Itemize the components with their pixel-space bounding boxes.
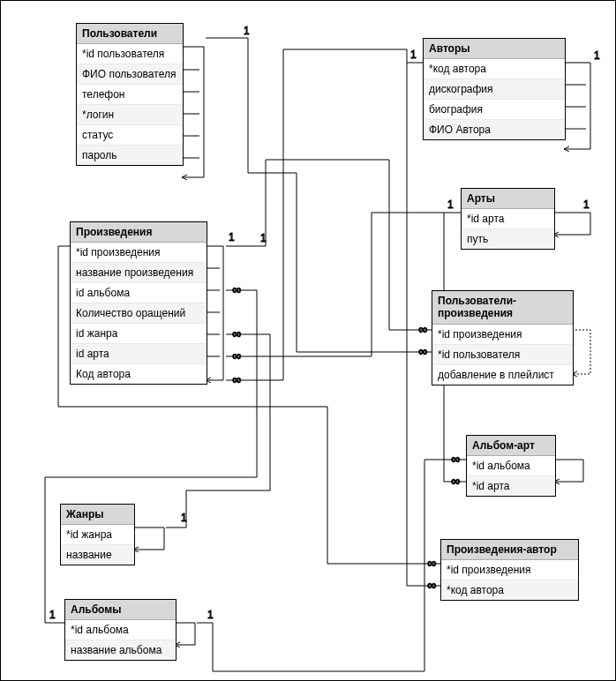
svg-text:1: 1 bbox=[49, 609, 56, 621]
svg-text:∞: ∞ bbox=[232, 372, 241, 386]
field: название bbox=[61, 545, 134, 565]
field: название произведения bbox=[71, 263, 207, 283]
field: id арта bbox=[71, 344, 207, 364]
entity-album-art: Альбом-арт *id альбома *id арта bbox=[466, 435, 556, 497]
svg-text:1: 1 bbox=[181, 512, 187, 524]
field: ФИО пользователя bbox=[77, 64, 183, 85]
entity-album-art-title: Альбом-арт bbox=[467, 436, 555, 456]
svg-text:1: 1 bbox=[410, 49, 417, 61]
field: *код автора bbox=[441, 580, 578, 600]
field: *код автора bbox=[424, 59, 565, 79]
svg-text:1: 1 bbox=[583, 198, 590, 211]
field: дискография bbox=[424, 79, 565, 100]
svg-text:1: 1 bbox=[447, 198, 454, 211]
field: *id арта bbox=[467, 476, 555, 496]
svg-text:∞: ∞ bbox=[451, 474, 460, 488]
entity-albums: Альбомы *id альбома название альбома bbox=[64, 599, 177, 661]
svg-text:1: 1 bbox=[229, 231, 235, 243]
svg-text:1: 1 bbox=[207, 609, 214, 621]
entity-authors: Авторы *код автора дискография биография… bbox=[423, 38, 566, 140]
svg-text:∞: ∞ bbox=[232, 326, 241, 340]
entity-works: Произведения *id произведения название п… bbox=[70, 221, 207, 385]
field: добавление в плейлист bbox=[432, 365, 573, 385]
field: *id арта bbox=[462, 209, 554, 229]
entity-work-author: Произведения-автор *id произведения *код… bbox=[440, 539, 579, 601]
entity-users-title: Пользователи bbox=[77, 24, 183, 44]
entity-user-works: Пользователи-произведения *id произведен… bbox=[432, 290, 574, 385]
entity-arts-title: Арты bbox=[462, 189, 554, 209]
field: *логин bbox=[77, 105, 183, 125]
svg-text:∞: ∞ bbox=[451, 452, 460, 466]
entity-arts: Арты *id арта путь bbox=[461, 188, 555, 250]
field: Количество оращений bbox=[71, 303, 207, 324]
field: биография bbox=[424, 100, 565, 120]
entity-authors-title: Авторы bbox=[424, 39, 565, 59]
field: id жанра bbox=[71, 324, 207, 344]
field: название альбома bbox=[65, 640, 176, 660]
field: телефон bbox=[77, 85, 183, 105]
field: путь bbox=[462, 229, 554, 249]
field: пароль bbox=[77, 146, 183, 165]
entity-user-works-title: Пользователи-произведения bbox=[432, 291, 573, 325]
entity-works-title: Произведения bbox=[71, 222, 207, 243]
field: *id альбома bbox=[65, 620, 176, 640]
field: Код автора bbox=[71, 364, 207, 384]
field: *id произведения bbox=[432, 325, 573, 345]
svg-text:∞: ∞ bbox=[427, 578, 436, 592]
entity-genres-title: Жанры bbox=[61, 505, 134, 525]
field: id альбома bbox=[71, 283, 207, 303]
svg-text:∞: ∞ bbox=[232, 282, 241, 296]
field: *id альбома bbox=[467, 456, 555, 476]
svg-text:∞: ∞ bbox=[418, 322, 427, 336]
field: *id произведения bbox=[441, 560, 578, 580]
entity-genres: Жанры *id жанра название bbox=[60, 504, 135, 565]
svg-text:∞: ∞ bbox=[232, 348, 241, 363]
field: *id пользователя bbox=[432, 345, 573, 365]
entity-users: Пользователи *id пользователя ФИО пользо… bbox=[76, 23, 184, 166]
svg-text:∞: ∞ bbox=[427, 556, 436, 570]
svg-text:1: 1 bbox=[244, 25, 250, 37]
entity-albums-title: Альбомы bbox=[65, 600, 176, 620]
svg-text:∞: ∞ bbox=[418, 344, 427, 358]
field: ФИО Автора bbox=[424, 120, 565, 139]
svg-text:1: 1 bbox=[260, 232, 267, 244]
field: *id жанра bbox=[61, 525, 134, 545]
er-diagram-canvas: 1 ∞ 1 ∞ ∞ 1 ∞ ∞ 1 ∞ 1 ∞ ∞ 1 bbox=[0, 0, 616, 681]
field: *id пользователя bbox=[77, 44, 183, 64]
svg-text:1: 1 bbox=[594, 49, 600, 62]
field: *id произведения bbox=[71, 243, 207, 263]
entity-work-author-title: Произведения-автор bbox=[441, 540, 578, 560]
field: статус bbox=[77, 125, 183, 146]
